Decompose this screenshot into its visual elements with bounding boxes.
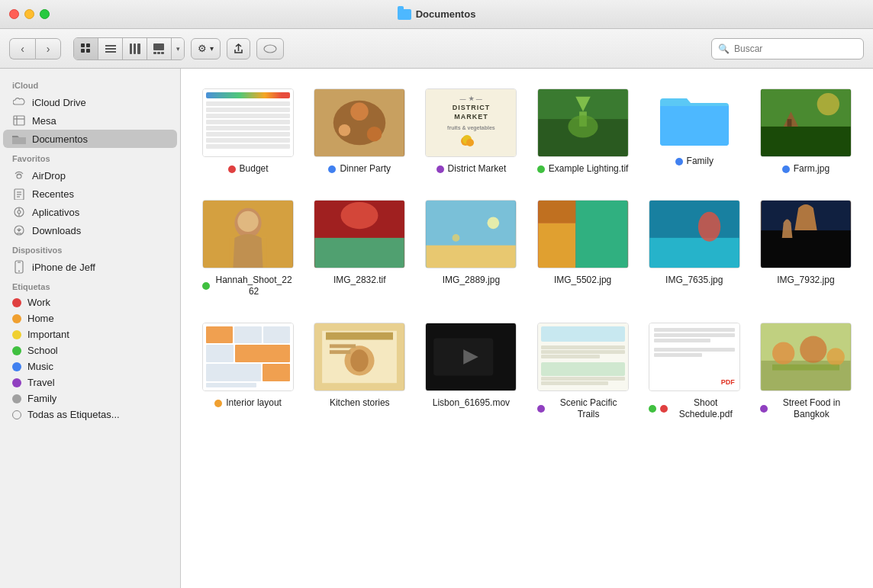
search-box[interactable]: 🔍 (711, 38, 864, 59)
sidebar-school-label: School (27, 345, 58, 356)
file-item-example-lighting[interactable]: Example Lighting.tif (531, 84, 635, 180)
file-thumb-farm (760, 88, 852, 157)
file-item-img2889[interactable]: IMG_2889.jpg (419, 195, 523, 303)
svg-rect-72 (761, 230, 850, 268)
svg-point-39 (466, 139, 474, 146)
svg-rect-4 (105, 45, 116, 47)
svg-point-70 (698, 211, 720, 241)
sidebar-item-family[interactable]: Family (3, 390, 177, 406)
interior-layout-dot (214, 400, 222, 407)
window-title: Documentos (398, 8, 476, 20)
file-item-district-market[interactable]: — ★ — DISTRICT MARKET fruits & vegetable… (419, 84, 523, 180)
sidebar-item-important[interactable]: Important (3, 326, 177, 342)
file-item-family-folder[interactable]: Family (643, 84, 746, 180)
svg-point-77 (351, 349, 369, 371)
file-item-budget[interactable]: Budget (196, 84, 300, 180)
file-name-lisbon: Lisbon_61695.mov (433, 397, 510, 410)
svg-rect-6 (105, 51, 116, 53)
file-item-img2832[interactable]: IMG_2832.tif (308, 195, 411, 303)
view-options-chevron[interactable]: ▾ (172, 38, 184, 59)
svg-point-54 (237, 210, 258, 231)
aplicativos-icon (12, 205, 26, 219)
files-content: Budget Dinner Party (181, 69, 873, 588)
sidebar-item-work[interactable]: Work (3, 294, 177, 310)
school-tag-dot (12, 346, 21, 355)
share-button[interactable] (227, 38, 250, 59)
sidebar-work-label: Work (27, 297, 50, 308)
close-button[interactable] (9, 9, 19, 19)
grid-view-button[interactable] (74, 38, 98, 59)
list-view-button[interactable] (98, 38, 123, 59)
svg-point-36 (367, 127, 382, 142)
sidebar-item-travel[interactable]: Travel (3, 374, 177, 390)
todas-etiquetas-dot (12, 410, 21, 419)
sidebar-item-airdrop[interactable]: AirDrop (3, 166, 177, 185)
sidebar-item-aplicativos[interactable]: Aplicativos (3, 203, 177, 221)
search-input[interactable] (734, 43, 857, 54)
search-icon: 🔍 (718, 43, 730, 54)
gear-button[interactable]: ⚙ ▾ (191, 38, 221, 59)
sidebar-item-todas-etiquetas[interactable]: Todas as Etiquetas... (3, 406, 177, 423)
sidebar-iphone-label: iPhone de Jeff (32, 262, 95, 273)
traffic-lights (9, 9, 50, 19)
columns-view-button[interactable] (123, 38, 147, 59)
sidebar-item-recentes[interactable]: Recentes (3, 185, 177, 203)
svg-rect-10 (153, 43, 164, 50)
file-thumb-dinner-party (314, 88, 405, 157)
shoot-schedule-dot2 (660, 405, 668, 413)
file-item-dinner-party[interactable]: Dinner Party (308, 84, 411, 180)
file-item-hannah-shoot[interactable]: Hannah_Shoot_2262 (196, 195, 300, 303)
sidebar-music-label: Music (27, 361, 53, 372)
hannah-dot (202, 282, 210, 290)
sidebar-item-home[interactable]: Home (3, 310, 177, 326)
files-grid: Budget Dinner Party (196, 84, 858, 426)
svg-rect-57 (315, 237, 404, 267)
svg-rect-3 (86, 49, 90, 53)
file-name-scenic-pacific: Scenic Pacific Trails (537, 397, 629, 421)
travel-tag-dot (12, 378, 21, 387)
sidebar-section-favoritos: Favoritos (0, 148, 180, 166)
sidebar-item-iphone[interactable]: iPhone de Jeff (3, 258, 177, 276)
minimize-button[interactable] (24, 9, 34, 19)
forward-button[interactable]: › (35, 38, 61, 59)
sidebar-downloads-label: Downloads (32, 225, 81, 236)
file-item-scenic-pacific[interactable]: Scenic Pacific Trails (531, 318, 635, 426)
iphone-icon (12, 260, 26, 274)
sidebar-section-etiquetas: Etiquetas (0, 276, 180, 294)
file-item-shoot-schedule[interactable]: PDF Shoot Schedule.pdf (643, 318, 746, 426)
file-name-budget: Budget (228, 163, 269, 175)
back-button[interactable]: ‹ (9, 38, 35, 59)
sidebar-item-downloads[interactable]: Downloads (3, 221, 177, 239)
sidebar-item-documentos[interactable]: Documentos (3, 130, 177, 148)
svg-rect-11 (153, 52, 156, 54)
svg-point-30 (18, 271, 20, 272)
sidebar-item-music[interactable]: Music (3, 358, 177, 374)
file-item-interior-layout[interactable]: Interior layout (196, 318, 300, 426)
maximize-button[interactable] (40, 9, 50, 19)
svg-rect-8 (134, 43, 136, 54)
sidebar-item-school[interactable]: School (3, 342, 177, 358)
file-thumb-lisbon (425, 323, 517, 391)
file-item-img7635[interactable]: IMG_7635.jpg (643, 195, 746, 303)
svg-rect-15 (14, 116, 24, 125)
folder-icon (398, 9, 411, 20)
tag-button[interactable] (256, 38, 284, 59)
svg-point-58 (341, 202, 379, 229)
file-thumb-district-market: — ★ — DISTRICT MARKET fruits & vegetable… (425, 88, 517, 157)
sidebar-aplicativos-label: Aplicativos (32, 207, 79, 218)
file-item-street-food[interactable]: Street Food in Bangkok (754, 318, 858, 426)
file-item-img7932[interactable]: IMG_7932.jpg (754, 195, 858, 303)
sidebar: iCloud iCloud Drive Mesa (0, 69, 181, 588)
svg-rect-60 (427, 245, 516, 267)
sidebar-item-mesa[interactable]: Mesa (3, 111, 177, 130)
gallery-view-button[interactable] (147, 38, 172, 59)
sidebar-item-icloud-drive[interactable]: iCloud Drive (3, 93, 177, 111)
file-item-kitchen-stories[interactable]: Kitchen stories (308, 318, 411, 426)
file-item-img5502[interactable]: IMG_5502.jpg (531, 195, 635, 303)
file-item-farm[interactable]: Farm.jpg (754, 84, 858, 180)
sidebar-family-label: Family (27, 393, 56, 404)
svg-rect-2 (81, 49, 85, 53)
family-folder-dot (675, 158, 683, 165)
file-item-lisbon[interactable]: Lisbon_61695.mov (419, 318, 523, 426)
svg-point-87 (826, 348, 844, 365)
